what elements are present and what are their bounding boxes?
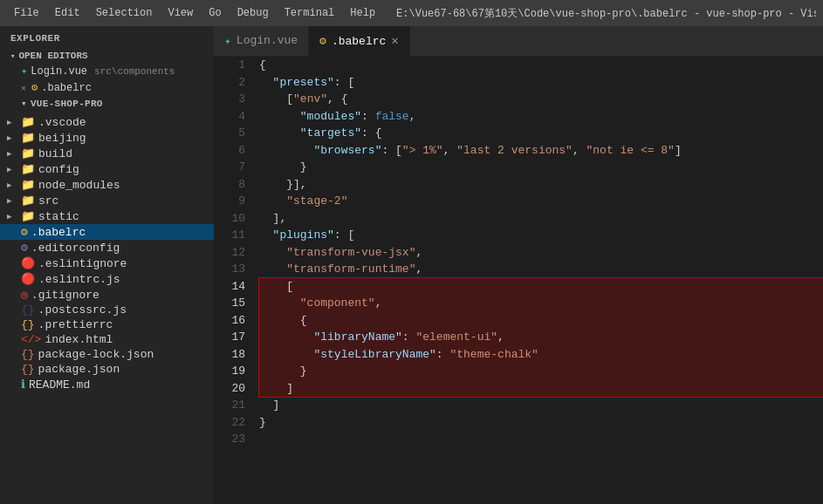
folder-arrow: ▶ xyxy=(7,212,17,221)
folder-icon: 📁 xyxy=(21,178,35,192)
code-line-10: ], xyxy=(259,210,823,228)
open-editors-arrow: ▾ xyxy=(10,51,15,61)
code-line-2: "presets": [ xyxy=(259,74,823,92)
menu-edit[interactable]: Edit xyxy=(48,5,87,21)
line-num-11: 11 xyxy=(214,227,245,244)
code-line-21: ] xyxy=(259,397,823,414)
tree-item-static[interactable]: ▶ 📁 static xyxy=(0,208,214,224)
line-num-21: 21 xyxy=(214,397,245,414)
folder-arrow: ▶ xyxy=(7,196,17,206)
menu-help[interactable]: Help xyxy=(343,5,382,21)
code-line-17: "libraryName": "element-ui", xyxy=(259,329,823,346)
folder-arrow: ▶ xyxy=(7,165,17,174)
tree-label: src xyxy=(38,194,58,208)
css-icon: {} xyxy=(21,303,35,317)
tree-label: static xyxy=(38,210,79,223)
tree-item-babelrc[interactable]: ▶ ⚙ .babelrc xyxy=(0,224,214,240)
code-line-14: [ xyxy=(259,278,823,296)
tree-item-prettier[interactable]: ▶ {} .prettierrc xyxy=(0,317,214,332)
vue-icon: ✦ xyxy=(21,65,27,78)
explorer-header: EXPLORER xyxy=(0,26,214,47)
line-num-22: 22 xyxy=(214,414,245,432)
line-num-7: 7 xyxy=(214,159,245,176)
code-line-15: "component", xyxy=(259,295,823,312)
tree-item-eslintrc[interactable]: ▶ 🔴 .eslintrc.js xyxy=(0,271,214,287)
tree-label: README.md xyxy=(29,378,90,392)
line-num-12: 12 xyxy=(214,244,245,262)
line-num-5: 5 xyxy=(214,125,245,142)
tree-item-gitignore[interactable]: ▶ ◎ .gitignore xyxy=(0,287,214,303)
code-line-12: "transform-vue-jsx", xyxy=(259,244,823,262)
editor-area: ✦ Login.vue ⚙ .babelrc ✕ 1 2 3 4 5 6 7 8 xyxy=(214,26,823,504)
tree-item-package-json[interactable]: ▶ {} package.json xyxy=(0,362,214,377)
line-num-19: 19 xyxy=(214,363,245,380)
code-line-7: } xyxy=(259,159,823,176)
code-line-19: } xyxy=(259,363,823,380)
tree-label: .gitignore xyxy=(31,289,99,302)
line-num-2: 2 xyxy=(214,74,245,92)
line-num-18: 18 xyxy=(214,346,245,364)
tree-item-beijing[interactable]: ▶ 📁 beijing xyxy=(0,130,214,146)
tree-label: build xyxy=(38,147,72,160)
tree-item-index-html[interactable]: ▶ </> index.html xyxy=(0,332,214,347)
tree-item-editorconfig[interactable]: ▶ ⚙ .editorconfig xyxy=(0,240,214,255)
line-num-14: 14 xyxy=(214,278,245,296)
menu-file[interactable]: File xyxy=(7,5,46,21)
close-babelrc-button[interactable]: ✕ xyxy=(21,83,26,93)
line-num-13: 13 xyxy=(214,261,245,278)
open-editor-login-path: src\components xyxy=(94,66,175,77)
open-editor-login[interactable]: ✦ Login.vue src\components xyxy=(0,63,214,79)
window-title: E:\Vue67-68\67第10天\Code\vue-shop-pro\.ba… xyxy=(396,6,816,21)
tree-item-src[interactable]: ▶ 📁 src xyxy=(0,193,214,208)
json-icon: {} xyxy=(21,348,35,361)
code-line-9: "stage-2" xyxy=(259,193,823,210)
folder-icon: 📁 xyxy=(21,194,35,208)
open-editor-login-name: Login.vue xyxy=(31,65,87,78)
project-section[interactable]: ▾ VUE-SHOP-PRO xyxy=(0,96,214,112)
project-name: VUE-SHOP-PRO xyxy=(31,99,103,109)
tree-label: .editorconfig xyxy=(31,242,120,255)
tree-item-config[interactable]: ▶ 📁 config xyxy=(0,161,214,177)
tree-label: .prettierrc xyxy=(38,318,113,331)
tree-label: package.json xyxy=(38,363,120,376)
tree-item-build[interactable]: ▶ 📁 build xyxy=(0,146,214,161)
code-line-13: "transform-runtime", xyxy=(259,261,823,278)
menu-view[interactable]: View xyxy=(161,5,200,21)
tree-label: .vscode xyxy=(38,116,86,129)
menu-go[interactable]: Go xyxy=(202,5,228,21)
open-editor-babelrc[interactable]: ✕ ⚙ .babelrc xyxy=(0,79,214,96)
menu-debug[interactable]: Debug xyxy=(230,5,276,21)
menu-selection[interactable]: Selection xyxy=(89,5,160,21)
tab-babelrc-close[interactable]: ✕ xyxy=(391,35,398,47)
tab-babelrc[interactable]: ⚙ .babelrc ✕ xyxy=(309,26,410,56)
code-line-8: }], xyxy=(259,176,823,194)
tree-item-readme[interactable]: ▶ ℹ README.md xyxy=(0,377,214,392)
tree-label: .eslintignore xyxy=(38,257,127,270)
tree-item-node-modules[interactable]: ▶ 📁 node_modules xyxy=(0,177,214,193)
line-num-20: 20 xyxy=(214,380,245,398)
babel-file-icon: ⚙ xyxy=(21,225,28,239)
tree-label: .babelrc xyxy=(31,226,86,239)
line-num-9: 9 xyxy=(214,193,245,210)
open-editors-section[interactable]: ▾ OPEN EDITORS xyxy=(0,47,214,63)
tree-item-postcss[interactable]: ▶ {} .postcssrc.js xyxy=(0,303,214,317)
line-num-8: 8 xyxy=(214,176,245,194)
line-num-10: 10 xyxy=(214,210,245,228)
tab-login-vue[interactable]: ✦ Login.vue xyxy=(214,26,309,56)
code-line-20: ] xyxy=(259,380,823,398)
code-line-23 xyxy=(259,431,823,448)
code-content[interactable]: { "presets": [ ["env", { "modules": fals… xyxy=(252,57,823,504)
main-layout: EXPLORER ▾ OPEN EDITORS ✦ Login.vue src\… xyxy=(0,26,823,504)
readme-icon: ℹ xyxy=(21,378,25,392)
menu-terminal[interactable]: Terminal xyxy=(278,5,342,21)
tab-babelrc-label: .babelrc xyxy=(332,35,386,48)
prettier-icon: {} xyxy=(21,318,35,331)
tree-item-eslintignore[interactable]: ▶ 🔴 .eslintignore xyxy=(0,255,214,271)
folder-icon: 📁 xyxy=(21,131,35,145)
tree-item-vscode[interactable]: ▶ 📁 .vscode xyxy=(0,114,214,130)
line-numbers: 1 2 3 4 5 6 7 8 9 10 11 12 13 14 15 16 1… xyxy=(214,57,252,504)
line-num-1: 1 xyxy=(214,57,245,74)
line-num-3: 3 xyxy=(214,91,245,108)
tree-item-package-lock[interactable]: ▶ {} package-lock.json xyxy=(0,347,214,362)
tree-label: node_modules xyxy=(38,179,120,192)
